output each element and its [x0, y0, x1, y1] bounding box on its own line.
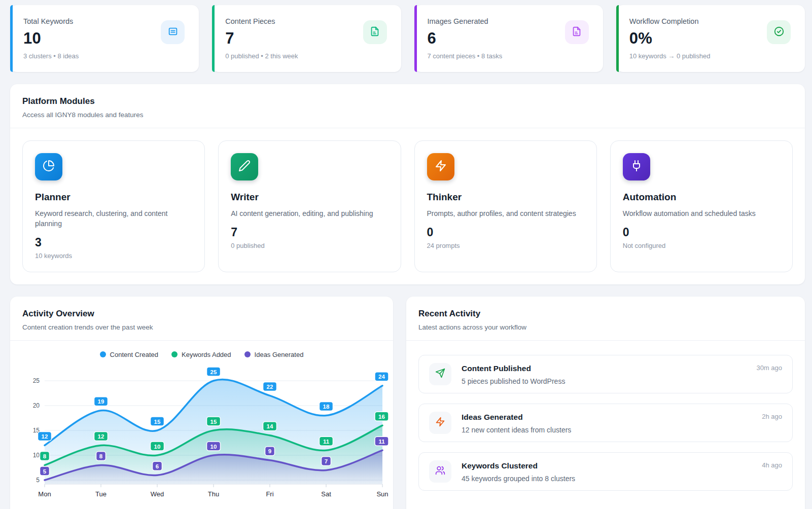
recent-panel-subtitle: Latest actions across your workflow: [418, 323, 793, 331]
module-stat-value: 0: [427, 226, 584, 239]
module-icon-tile: [35, 153, 62, 180]
svg-text:Fri: Fri: [266, 490, 273, 498]
svg-text:15: 15: [154, 418, 161, 424]
modules-panel-header: Platform Modules Access all IGNY8 module…: [10, 84, 805, 128]
module-icon-tile: [623, 153, 650, 180]
module-stat-value: 7: [231, 226, 388, 239]
activity-item-description: 5 pieces published to WordPress: [462, 377, 756, 385]
recent-activity-list: Content Published 5 pieces published to …: [406, 341, 805, 505]
chart-legend: Content Created Keywords Added Ideas Gen…: [10, 351, 393, 358]
svg-text:12: 12: [98, 433, 104, 440]
svg-text:5: 5: [36, 477, 40, 484]
legend-item: Ideas Generated: [244, 351, 304, 358]
stat-accent-bar: [212, 5, 215, 72]
modules-panel-title: Platform Modules: [22, 96, 793, 106]
activity-item-body: Content Published 5 pieces published to …: [462, 363, 756, 385]
module-stat-sub: 24 prompts: [427, 242, 584, 249]
legend-label: Ideas Generated: [255, 351, 304, 358]
svg-text:10: 10: [33, 452, 40, 459]
svg-text:Sun: Sun: [376, 490, 388, 498]
module-description: Workflow automation and scheduled tasks: [623, 209, 780, 219]
stat-card: Content Pieces 7 0 published • 2 this we…: [212, 5, 401, 72]
svg-text:8: 8: [99, 453, 103, 459]
stat-sub: 3 clusters • 8 ideas: [23, 52, 186, 60]
plug-icon: [630, 160, 643, 174]
svg-text:Wed: Wed: [151, 490, 164, 498]
activity-item-body: Keywords Clustered 45 keywords grouped i…: [462, 460, 762, 483]
send-icon: [435, 368, 445, 380]
activity-item-description: 12 new content ideas from clusters: [462, 426, 762, 434]
activity-panel-header: Activity Overview Content creation trend…: [10, 297, 393, 341]
svg-text:Thu: Thu: [208, 490, 219, 498]
activity-overview-panel: Activity Overview Content creation trend…: [10, 297, 393, 509]
modules-panel-subtitle: Access all IGNY8 modules and features: [22, 111, 793, 119]
svg-text:25: 25: [33, 377, 40, 384]
list-icon: [167, 26, 179, 39]
stat-icon-chip: [565, 20, 589, 44]
stat-card: Images Generated 6 7 content pieces • 8 …: [414, 5, 603, 72]
module-card[interactable]: Planner Keyword research, clustering, an…: [22, 140, 205, 272]
module-card[interactable]: Thinker Prompts, author profiles, and co…: [414, 140, 597, 272]
pie-chart-icon: [43, 160, 55, 174]
stat-icon-chip: [161, 20, 185, 44]
activity-item-body: Ideas Generated 12 new content ideas fro…: [462, 412, 762, 434]
activity-timestamp: 2h ago: [762, 413, 782, 420]
module-description: AI content generation, editing, and publ…: [231, 209, 388, 219]
stat-card: Workflow Completion 0% 10 keywords → 0 p…: [616, 5, 805, 72]
legend-label: Keywords Added: [182, 351, 231, 358]
stat-accent-bar: [10, 5, 13, 72]
legend-dot: [171, 351, 178, 357]
users-icon: [435, 465, 445, 478]
legend-label: Content Created: [110, 351, 158, 358]
activity-item[interactable]: Ideas Generated 12 new content ideas fro…: [418, 404, 793, 442]
activity-icon-chip: [429, 460, 451, 483]
activity-panel-subtitle: Content creation trends over the past we…: [22, 323, 381, 331]
modules-grid: Planner Keyword research, clustering, an…: [10, 128, 805, 284]
activity-icon-chip: [429, 412, 451, 434]
check-circle-icon: [773, 26, 785, 39]
dashboard-page: Total Keywords 10 3 clusters • 8 ideas C…: [0, 0, 812, 509]
svg-text:15: 15: [210, 418, 217, 424]
module-card[interactable]: Automation Workflow automation and sched…: [610, 140, 793, 272]
activity-timestamp: 30m ago: [756, 364, 782, 372]
module-name: Thinker: [427, 192, 584, 203]
file-text-icon: [571, 26, 582, 39]
module-stat-value: 3: [35, 236, 192, 249]
svg-text:9: 9: [268, 448, 271, 454]
module-stat-sub: 0 published: [231, 242, 388, 249]
stat-accent-bar: [414, 5, 417, 72]
svg-text:5: 5: [43, 468, 47, 474]
stats-row: Total Keywords 10 3 clusters • 8 ideas C…: [10, 5, 805, 72]
recent-panel-title: Recent Activity: [418, 309, 793, 319]
stat-icon-chip: [363, 20, 387, 44]
activity-item[interactable]: Content Published 5 pieces published to …: [418, 355, 793, 393]
svg-text:11: 11: [323, 438, 330, 444]
zap-icon: [435, 417, 445, 429]
legend-item: Keywords Added: [171, 351, 231, 358]
svg-text:10: 10: [154, 443, 161, 449]
activity-icon-chip: [429, 363, 451, 385]
recent-panel-header: Recent Activity Latest actions across yo…: [406, 297, 805, 341]
svg-text:18: 18: [323, 404, 330, 410]
zap-icon: [435, 160, 447, 174]
svg-text:11: 11: [378, 438, 385, 444]
legend-dot: [244, 351, 251, 357]
module-name: Writer: [231, 192, 388, 203]
module-card[interactable]: Writer AI content generation, editing, a…: [218, 140, 401, 272]
stat-sub: 10 keywords → 0 published: [629, 52, 792, 60]
svg-text:7: 7: [325, 458, 328, 464]
activity-chart-svg: 510152025MonTueWedThuFriSatSun1219152522…: [16, 360, 389, 508]
svg-text:Tue: Tue: [95, 490, 107, 498]
module-icon-tile: [427, 153, 454, 180]
activity-item[interactable]: Keywords Clustered 45 keywords grouped i…: [418, 452, 793, 491]
svg-text:24: 24: [378, 374, 385, 380]
svg-text:8: 8: [43, 453, 47, 459]
platform-modules-panel: Platform Modules Access all IGNY8 module…: [10, 84, 805, 284]
svg-text:16: 16: [378, 413, 385, 419]
legend-item: Content Created: [100, 351, 158, 358]
module-stat-sub: 10 keywords: [35, 252, 192, 260]
stat-card: Total Keywords 10 3 clusters • 8 ideas: [10, 5, 199, 72]
stat-accent-bar: [616, 5, 619, 72]
recent-activity-panel: Recent Activity Latest actions across yo…: [406, 297, 805, 509]
bottom-row: Activity Overview Content creation trend…: [10, 297, 805, 509]
